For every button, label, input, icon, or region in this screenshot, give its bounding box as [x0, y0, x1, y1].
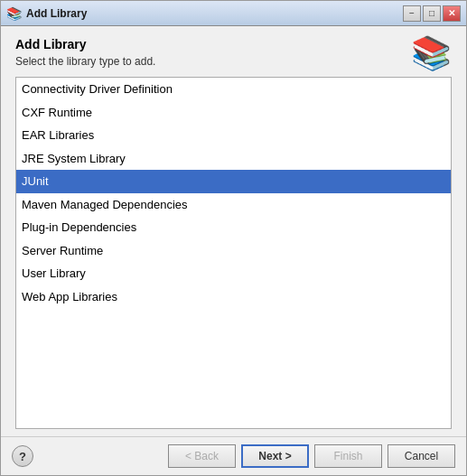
button-bar: ? < Back Next > Finish Cancel — [1, 436, 466, 475]
list-item[interactable]: JRE System Library — [16, 147, 451, 171]
close-button[interactable]: ✕ — [443, 5, 461, 22]
list-item[interactable]: Maven Managed Dependencies — [16, 193, 451, 217]
btn-right: < Back Next > Finish Cancel — [168, 444, 455, 468]
maximize-button[interactable]: □ — [423, 5, 441, 22]
list-item[interactable]: Connectivity Driver Definition — [16, 78, 451, 101]
list-item[interactable]: Server Runtime — [16, 239, 451, 263]
list-item[interactable]: EAR Libraries — [16, 124, 451, 147]
title-bar: 📚 Add Library − □ ✕ — [1, 1, 466, 26]
add-library-dialog: 📚 Add Library − □ ✕ Add Library Select t… — [0, 0, 467, 476]
dialog-title: Add Library — [15, 37, 155, 51]
dialog-subtitle: Select the library type to add. — [15, 55, 155, 68]
list-item[interactable]: JUnit — [16, 170, 451, 193]
list-item[interactable]: CXF Runtime — [16, 101, 451, 125]
list-item[interactable]: Web App Libraries — [16, 285, 451, 309]
back-button[interactable]: < Back — [168, 444, 236, 468]
minimize-button[interactable]: − — [403, 5, 421, 22]
header-section: Add Library Select the library type to a… — [15, 37, 452, 70]
title-bar-controls: − □ ✕ — [403, 5, 461, 22]
window-icon: 📚 — [6, 6, 21, 21]
library-icon: 📚 — [411, 37, 452, 70]
header-text-group: Add Library Select the library type to a… — [15, 37, 155, 68]
btn-left: ? — [12, 445, 33, 467]
library-list[interactable]: Connectivity Driver DefinitionCXF Runtim… — [15, 77, 452, 429]
help-button[interactable]: ? — [12, 445, 33, 467]
content-area: Add Library Select the library type to a… — [1, 26, 466, 436]
finish-button[interactable]: Finish — [314, 444, 382, 468]
list-item[interactable]: Plug-in Dependencies — [16, 216, 451, 239]
next-button[interactable]: Next > — [241, 444, 309, 468]
cancel-button[interactable]: Cancel — [388, 444, 455, 468]
title-bar-text: Add Library — [26, 7, 403, 20]
list-item[interactable]: User Library — [16, 262, 451, 285]
